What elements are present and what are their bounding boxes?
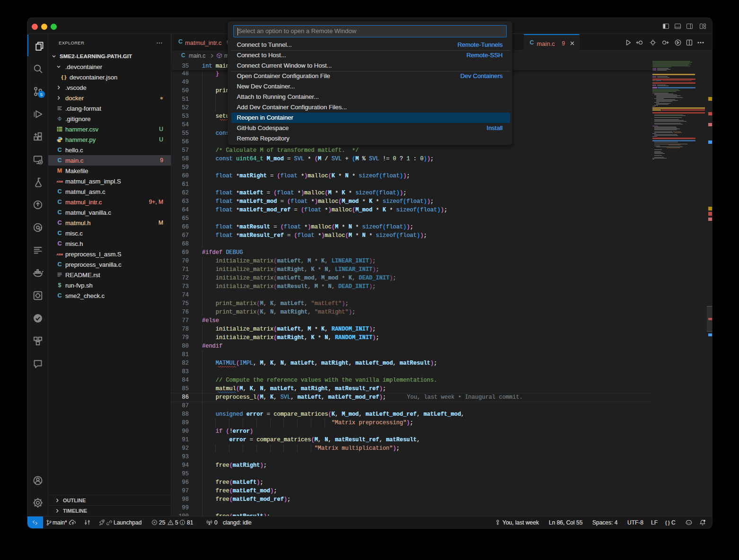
svg-text:ASM: ASM bbox=[56, 253, 63, 256]
svg-text:ASM: ASM bbox=[56, 180, 63, 183]
